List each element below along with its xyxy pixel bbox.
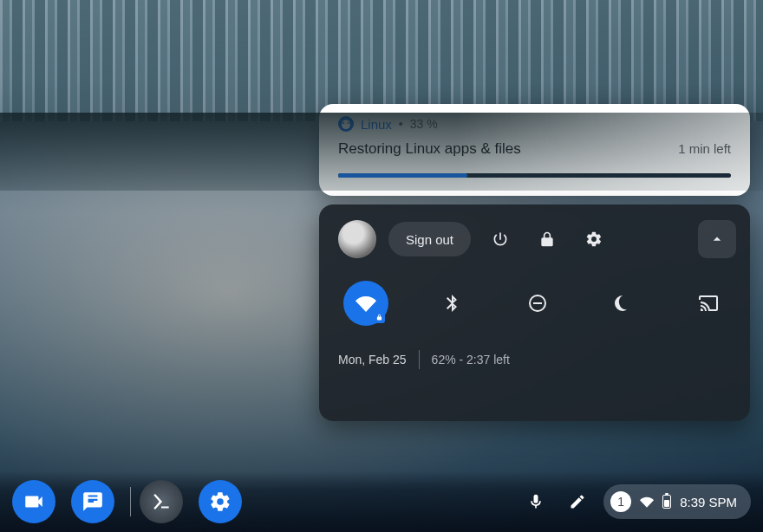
- wifi-icon: [355, 293, 376, 314]
- wifi-secured-badge: [373, 311, 385, 323]
- terminal-icon: [150, 490, 173, 513]
- linux-penguin-icon: [338, 116, 354, 132]
- terminal-app[interactable]: [140, 480, 183, 523]
- cast-icon: [698, 293, 719, 314]
- collapse-button[interactable]: [698, 220, 736, 258]
- gear-icon: [585, 230, 603, 248]
- user-avatar[interactable]: [338, 220, 376, 258]
- notification-header: Linux • 33 %: [338, 116, 731, 132]
- separator-dot: •: [399, 117, 403, 131]
- power-icon: [492, 230, 509, 248]
- shelf: 1 8:39 SPM: [0, 471, 763, 532]
- status-time: 8:39 SPM: [680, 495, 737, 509]
- battery-status-icon: [662, 495, 671, 509]
- do-not-disturb-toggle[interactable]: [515, 281, 560, 326]
- lock-mini-icon: [375, 314, 383, 321]
- progress-bar: [338, 173, 731, 178]
- notification-percent: 33 %: [410, 117, 438, 131]
- notification-app-name: Linux: [361, 117, 392, 132]
- panel-top-row: Sign out: [338, 220, 736, 258]
- quick-settings-panel: Sign out: [319, 204, 750, 421]
- duo-app[interactable]: [12, 480, 55, 523]
- microphone-icon: [527, 493, 545, 510]
- notification-title: Restoring Linux apps & files: [338, 140, 521, 158]
- cast-toggle[interactable]: [686, 281, 731, 326]
- bluetooth-icon: [441, 293, 462, 314]
- stylus-tools-button[interactable]: [560, 484, 595, 519]
- settings-app[interactable]: [199, 480, 242, 523]
- bluetooth-toggle[interactable]: [429, 281, 474, 326]
- panel-battery-text: 62% - 2:37 left: [432, 353, 510, 367]
- panel-toggles-row: [338, 281, 736, 326]
- messages-icon: [82, 490, 104, 513]
- night-light-toggle[interactable]: [600, 281, 645, 326]
- shelf-divider: [130, 487, 131, 516]
- chevron-up-icon: [708, 230, 726, 248]
- notification-body: Restoring Linux apps & files 1 min left: [338, 140, 731, 158]
- video-camera-icon: [23, 490, 45, 513]
- lock-icon: [538, 230, 556, 248]
- night-light-icon: [612, 293, 633, 314]
- panel-status-row: Mon, Feb 25 62% - 2:37 left: [338, 350, 736, 369]
- notification-eta: 1 min left: [678, 141, 731, 156]
- gear-icon: [209, 490, 232, 513]
- settings-button[interactable]: [577, 222, 611, 256]
- vertical-separator: [419, 350, 420, 369]
- pen-icon: [569, 493, 586, 510]
- notification-card[interactable]: Linux • 33 % Restoring Linux apps & file…: [319, 104, 750, 196]
- sign-out-button[interactable]: Sign out: [388, 222, 471, 256]
- status-area[interactable]: 1 8:39 SPM: [603, 484, 751, 519]
- lock-button[interactable]: [530, 222, 564, 256]
- power-button[interactable]: [483, 222, 518, 256]
- panel-date: Mon, Feb 25: [338, 353, 407, 367]
- do-not-disturb-icon: [527, 293, 548, 314]
- wifi-toggle[interactable]: [343, 281, 388, 326]
- messages-app[interactable]: [71, 480, 114, 523]
- progress-fill: [338, 173, 467, 178]
- assistant-mic-button[interactable]: [518, 484, 553, 519]
- wifi-status-icon: [640, 495, 654, 509]
- notification-count-badge: 1: [610, 491, 631, 512]
